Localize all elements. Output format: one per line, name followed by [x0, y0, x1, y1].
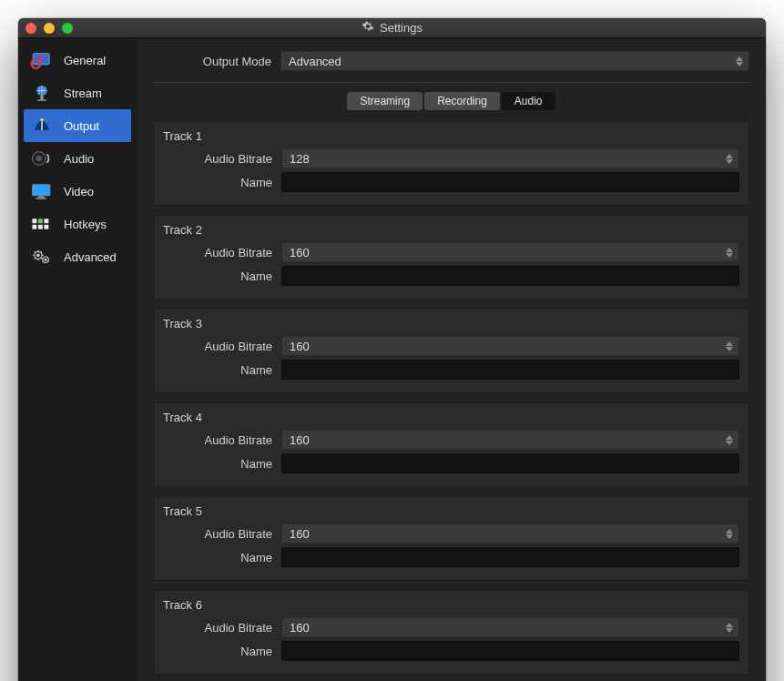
separator — [153, 82, 749, 83]
audio-bitrate-label: Audio Bitrate — [163, 527, 281, 541]
track-title: Track 5 — [163, 504, 739, 518]
stepper-icon — [723, 526, 736, 541]
stepper-icon — [723, 620, 736, 635]
sidebar-item-label: Output — [64, 119, 99, 133]
track-name-input[interactable] — [281, 453, 739, 473]
close-window-button[interactable] — [25, 23, 36, 34]
name-label: Name — [163, 551, 281, 564]
audio-bitrate-value: 160 — [290, 340, 310, 353]
stepper-icon — [723, 151, 736, 166]
name-label: Name — [163, 457, 281, 471]
name-label: Name — [163, 176, 281, 189]
speaker-icon — [29, 147, 55, 169]
svg-point-20 — [37, 254, 39, 256]
track-title: Track 1 — [163, 129, 739, 143]
sidebar-item-label: Audio — [64, 152, 94, 166]
stepper-icon — [723, 245, 736, 259]
sidebar-item-stream[interactable]: Stream — [24, 76, 131, 109]
svg-rect-18 — [44, 225, 48, 229]
svg-point-7 — [40, 118, 43, 121]
track-group: Track 4Audio Bitrate160Name — [153, 402, 749, 487]
sidebar-item-output[interactable]: Output — [24, 109, 131, 142]
monitor-icon — [29, 180, 55, 202]
audio-bitrate-value: 160 — [290, 621, 310, 635]
svg-rect-14 — [38, 219, 43, 223]
svg-rect-12 — [36, 198, 46, 199]
audio-bitrate-select[interactable]: 160 — [281, 617, 739, 637]
output-mode-label: Output Mode — [153, 55, 280, 68]
track-name-input[interactable] — [281, 266, 739, 286]
wrench-icon — [29, 49, 55, 71]
settings-sidebar: General Stream Output Audio — [18, 38, 137, 681]
track-group: Track 3Audio Bitrate160Name — [153, 309, 749, 393]
minimize-window-button[interactable] — [44, 23, 55, 34]
audio-bitrate-select[interactable]: 160 — [281, 242, 739, 262]
window-title: Settings — [380, 21, 423, 35]
svg-rect-11 — [38, 197, 45, 198]
svg-rect-15 — [44, 219, 48, 223]
track-group: Track 6Audio Bitrate160Name — [153, 590, 749, 675]
audio-bitrate-label: Audio Bitrate — [163, 340, 281, 353]
sidebar-item-label: Stream — [64, 86, 102, 100]
track-name-input[interactable] — [281, 641, 739, 661]
settings-window: Settings General Stream Output — [18, 18, 766, 681]
track-name-input[interactable] — [281, 360, 739, 380]
sidebar-item-audio[interactable]: Audio — [24, 142, 131, 175]
name-label: Name — [163, 269, 281, 283]
track-group: Track 2Audio Bitrate160Name — [153, 215, 749, 300]
track-title: Track 3 — [163, 317, 739, 330]
stepper-icon — [723, 432, 736, 447]
antenna-icon — [29, 115, 55, 137]
audio-bitrate-select[interactable]: 160 — [281, 523, 739, 544]
tab-audio[interactable]: Audio — [502, 92, 555, 110]
name-label: Name — [163, 645, 281, 658]
tab-streaming[interactable]: Streaming — [347, 92, 423, 110]
sidebar-item-general[interactable]: General — [24, 44, 131, 76]
output-mode-value: Advanced — [289, 55, 341, 68]
tab-recording[interactable]: Recording — [424, 92, 500, 110]
name-label: Name — [163, 363, 281, 377]
output-mode-select[interactable]: Advanced — [280, 51, 749, 71]
gears-icon — [29, 246, 55, 268]
audio-bitrate-label: Audio Bitrate — [163, 433, 281, 447]
svg-rect-17 — [38, 225, 43, 229]
sidebar-item-label: General — [64, 54, 106, 67]
settings-gear-icon — [361, 20, 374, 36]
track-group: Track 1Audio Bitrate128Name — [153, 121, 749, 206]
audio-bitrate-label: Audio Bitrate — [163, 246, 281, 259]
svg-rect-13 — [32, 219, 36, 223]
zoom-window-button[interactable] — [62, 23, 73, 34]
sidebar-item-label: Hotkeys — [64, 218, 107, 231]
audio-bitrate-select[interactable]: 128 — [281, 148, 739, 168]
audio-bitrate-label: Audio Bitrate — [163, 152, 281, 166]
audio-bitrate-select[interactable]: 160 — [281, 430, 739, 450]
svg-rect-10 — [32, 185, 50, 196]
globe-icon — [29, 82, 55, 104]
sidebar-item-video[interactable]: Video — [24, 175, 131, 208]
audio-bitrate-label: Audio Bitrate — [163, 621, 281, 635]
settings-main-panel: Output Mode Advanced Streaming Recording… — [137, 38, 766, 681]
audio-bitrate-value: 128 — [290, 152, 310, 166]
audio-bitrate-value: 160 — [290, 527, 310, 541]
window-controls — [25, 23, 73, 34]
svg-point-9 — [36, 156, 43, 162]
sidebar-item-advanced[interactable]: Advanced — [24, 240, 131, 273]
track-title: Track 2 — [163, 223, 739, 237]
audio-bitrate-select[interactable]: 160 — [281, 336, 739, 356]
svg-rect-16 — [32, 225, 36, 229]
sidebar-item-hotkeys[interactable]: Hotkeys — [24, 208, 131, 240]
svg-point-22 — [45, 259, 46, 260]
stepper-icon — [733, 54, 746, 68]
keyboard-icon — [29, 213, 55, 235]
svg-rect-5 — [37, 99, 46, 101]
audio-bitrate-value: 160 — [290, 433, 310, 447]
stepper-icon — [723, 339, 736, 353]
track-group: Track 5Audio Bitrate160Name — [153, 496, 749, 581]
track-title: Track 6 — [163, 598, 739, 612]
audio-bitrate-value: 160 — [290, 246, 310, 259]
sidebar-item-label: Advanced — [64, 250, 117, 264]
track-name-input[interactable] — [281, 547, 739, 567]
sidebar-item-label: Video — [64, 185, 94, 198]
output-tabs: Streaming Recording Audio — [153, 92, 749, 110]
track-name-input[interactable] — [281, 172, 739, 192]
